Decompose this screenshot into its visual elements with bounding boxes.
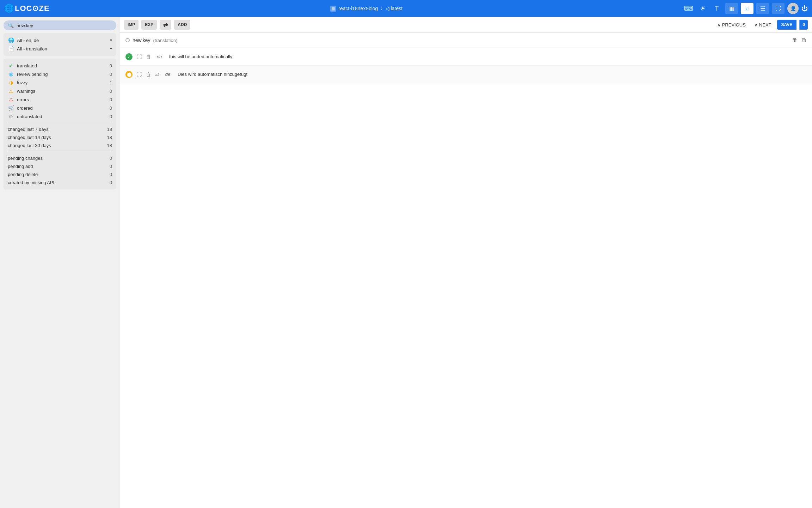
add-button[interactable]: ADD: [174, 20, 190, 30]
key-header: new.key (translation) 🗑 ⧉: [120, 33, 812, 48]
language-filter-panel: 🌐 All - en, de ▾ 📄 All - translation ▾: [4, 33, 116, 56]
branch-name: latest: [391, 6, 402, 11]
next-button[interactable]: ∨ NEXT: [751, 21, 774, 29]
translated-label: translated: [17, 63, 102, 68]
project-selector[interactable]: ▦ react-i18next-blog: [330, 6, 378, 12]
de-status-indicator: ⬤: [125, 71, 133, 78]
filter-last-14-days[interactable]: changed last 14 days 18: [8, 133, 112, 141]
ordered-label: ordered: [17, 105, 102, 111]
status-filter-panel: ✔ translated 9 ◉ review pending 0 ◑ fuzz…: [4, 59, 116, 189]
header-right: ⌨ ☀ T ▦ ⌕ ☰ ⛶ 👤 ⏻: [683, 3, 808, 14]
pending-delete-label: pending delete: [8, 172, 102, 177]
power-button[interactable]: ⏻: [801, 5, 808, 12]
en-status-indicator: ✓: [125, 53, 133, 60]
pending-delete-count: 0: [105, 172, 112, 177]
key-copy-button[interactable]: ⧉: [801, 36, 806, 44]
warnings-label: warnings: [17, 89, 102, 94]
key-type: (translation): [153, 38, 178, 43]
search-input[interactable]: [17, 23, 112, 28]
translation-row-en: ✓ ⛶ 🗑 en this will be added automaticall…: [120, 48, 812, 66]
search-view-button[interactable]: ⌕: [741, 3, 753, 14]
filter-untranslated[interactable]: ⊘ untranslated 0: [8, 112, 112, 121]
review-pending-icon: ◉: [8, 71, 14, 77]
content-area: IMP EXP ⇄ ADD ∧ PREVIOUS ∨ NEXT SAVE 0 n…: [120, 17, 812, 508]
project-icon: ▦: [330, 6, 336, 12]
pending-changes-label: pending changes: [8, 156, 102, 161]
pending-changes-count: 0: [105, 156, 112, 161]
filter-warnings[interactable]: ⚠ warnings 0: [8, 87, 112, 95]
last-30-days-label: changed last 30 days: [8, 143, 102, 148]
filter-pending-delete[interactable]: pending delete 0: [8, 170, 112, 179]
typography-button[interactable]: T: [711, 3, 722, 14]
ordered-count: 0: [105, 105, 112, 111]
en-focus-button[interactable]: ⛶: [135, 53, 143, 60]
untranslated-count: 0: [105, 114, 112, 119]
key-name: new.key: [133, 37, 150, 43]
de-translate-button[interactable]: ⇄: [154, 71, 161, 78]
missing-api-count: 0: [105, 180, 112, 185]
last-30-days-count: 18: [105, 143, 112, 148]
branch-icon: ◁: [386, 6, 389, 11]
divider-1: [8, 123, 112, 123]
filter-last-7-days[interactable]: changed last 7 days 18: [8, 125, 112, 133]
exp-button[interactable]: EXP: [141, 20, 157, 30]
divider-2: [8, 152, 112, 152]
language-filter[interactable]: 🌐 All - en, de ▾: [8, 36, 112, 44]
language-dropdown-arrow: ▾: [110, 38, 112, 43]
untranslated-icon: ⊘: [8, 114, 14, 119]
missing-api-label: created by missing API: [8, 180, 102, 185]
list-view-button[interactable]: ☰: [756, 3, 769, 14]
search-icon: 🔍: [8, 23, 14, 28]
translation-area: new.key (translation) 🗑 ⧉ ✓ ⛶ 🗑 en this …: [120, 33, 812, 508]
errors-count: 0: [105, 97, 112, 102]
previous-button[interactable]: ∧ PREVIOUS: [714, 21, 749, 29]
screenshot-button[interactable]: ⛶: [772, 3, 785, 14]
save-button[interactable]: SAVE: [777, 20, 797, 30]
language-icon: 🌐: [8, 37, 14, 43]
untranslated-label: untranslated: [17, 114, 102, 119]
last-7-days-label: changed last 7 days: [8, 127, 102, 132]
filter-missing-api[interactable]: created by missing API 0: [8, 179, 112, 187]
key-delete-button[interactable]: 🗑: [791, 36, 798, 44]
warnings-icon: ⚠: [8, 88, 14, 94]
last-14-days-count: 18: [105, 135, 112, 140]
language-filter-label: All - en, de: [17, 38, 107, 43]
fuzzy-count: 1: [105, 80, 112, 85]
sidebar: 🔍 🌐 All - en, de ▾ 📄 All - translation ▾…: [0, 17, 120, 508]
filter-pending-add[interactable]: pending add 0: [8, 162, 112, 170]
app-logo[interactable]: 🌐 LOC⊙ZE: [4, 4, 50, 13]
fuzzy-label: fuzzy: [17, 80, 102, 85]
filter-last-30-days[interactable]: changed last 30 days 18: [8, 141, 112, 150]
last-14-days-label: changed last 14 days: [8, 135, 102, 140]
filter-errors[interactable]: ⚠ errors 0: [8, 95, 112, 104]
translation-filter[interactable]: 📄 All - translation ▾: [8, 44, 112, 53]
brightness-button[interactable]: ☀: [697, 3, 708, 14]
errors-label: errors: [17, 97, 102, 102]
filter-ordered[interactable]: 🛒 ordered 0: [8, 104, 112, 112]
content-toolbar: IMP EXP ⇄ ADD ∧ PREVIOUS ∨ NEXT SAVE 0: [120, 17, 812, 33]
review-pending-label: review pending: [17, 72, 102, 77]
en-delete-button[interactable]: 🗑: [144, 53, 152, 60]
filter-fuzzy[interactable]: ◑ fuzzy 1: [8, 78, 112, 87]
filter-translated[interactable]: ✔ translated 9: [8, 61, 112, 70]
review-pending-count: 0: [105, 72, 112, 77]
avatar[interactable]: 👤: [787, 3, 799, 14]
branch-selector[interactable]: ◁ latest: [386, 6, 402, 11]
imp-button[interactable]: IMP: [124, 20, 139, 30]
translate-button[interactable]: ⇄: [160, 20, 171, 30]
en-row-actions: ⛶ 🗑: [135, 53, 152, 60]
filter-review-pending[interactable]: ◉ review pending 0: [8, 70, 112, 78]
keyboard-button[interactable]: ⌨: [683, 3, 694, 14]
save-count-button[interactable]: 0: [799, 20, 808, 30]
translated-count: 9: [105, 63, 112, 68]
de-row-actions: ⛶ 🗑 ⇄: [135, 71, 161, 78]
previous-chevron-icon: ∧: [717, 22, 721, 28]
next-chevron-icon: ∨: [754, 22, 758, 28]
de-focus-button[interactable]: ⛶: [135, 71, 143, 78]
bar-chart-button[interactable]: ▦: [725, 3, 738, 14]
translated-icon: ✔: [8, 63, 14, 68]
en-lang-code: en: [155, 54, 164, 59]
globe-icon: 🌐: [4, 4, 14, 13]
de-delete-button[interactable]: 🗑: [144, 71, 152, 78]
filter-pending-changes[interactable]: pending changes 0: [8, 154, 112, 162]
